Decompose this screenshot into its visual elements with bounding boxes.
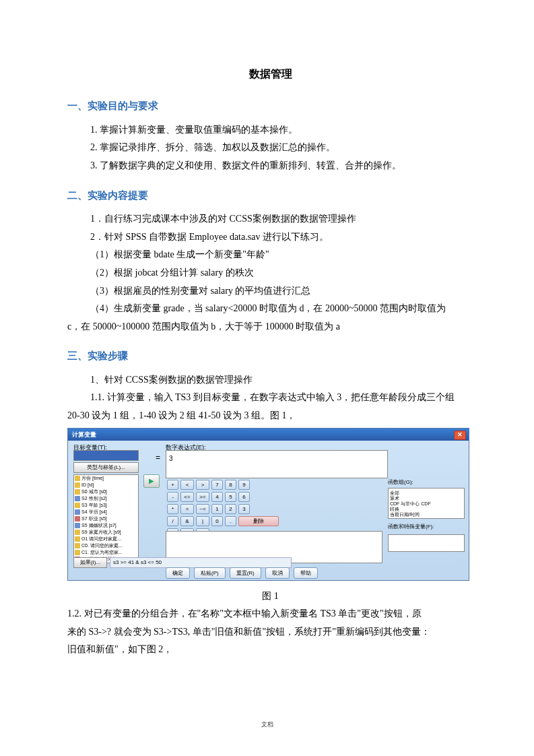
compute-variable-dialog: 计算变量 ✕ 目标变量(T): 类型与标签(L)... 月份 [time] ID… [67, 428, 469, 581]
dialog-titlebar: 计算变量 ✕ [68, 429, 469, 441]
calc-key[interactable]: & [180, 516, 194, 526]
if-button[interactable]: 如果(I)... [73, 557, 107, 568]
expression-input[interactable]: 3 [166, 450, 388, 478]
sec1-item3: 3. 了解数据字典的定义和使用、数据文件的重新排列、转置、合并的操作。 [90, 157, 473, 175]
move-right-button[interactable]: ▶ [143, 474, 160, 488]
calc-key[interactable]: / [167, 516, 178, 526]
variable-list[interactable]: 月份 [time] ID [id] S0 城市 [s0] S2 性别 [s2] … [73, 474, 139, 563]
reset-button[interactable]: 重置(R) [230, 567, 261, 579]
dialog-button-row: 确定 粘贴(P) 重置(R) 取消 帮助 [166, 567, 318, 579]
list-item[interactable]: CDF 与非中心 CDF [389, 499, 464, 505]
target-variable-input[interactable] [73, 450, 139, 461]
calc-key[interactable]: 0 [211, 516, 223, 526]
help-button[interactable]: 帮助 [294, 567, 318, 579]
sec3-line3: 20-30 设为 1 组，1-40 设为 2 组 41-50 设为 3 组。图 … [67, 407, 473, 425]
calc-key[interactable]: 5 [225, 492, 236, 502]
type-label-button[interactable]: 类型与标签(L)... [73, 462, 139, 473]
calc-key[interactable]: | [196, 516, 209, 526]
calc-key[interactable]: 2 [225, 504, 236, 514]
section2-header: 二、实验内容提要 [67, 186, 473, 206]
function-special-label: 函数和特殊变量(F): [388, 522, 463, 532]
if-expression-display: s3 >= 41 & s3 <= 50 [110, 557, 292, 568]
sec2-item4: （2）根据 jobcat 分组计算 salary 的秩次 [90, 264, 473, 282]
sec3-line2: 1.1. 计算变量，输入 TS3 到目标变量，在数字表达式中输入 3，把任意年龄… [67, 389, 473, 407]
close-icon[interactable]: ✕ [454, 431, 466, 440]
calc-key[interactable]: >= [196, 492, 209, 502]
sec2-item6: （4）生成新变量 grade，当 salary<20000 时取值为 d，在 2… [90, 300, 473, 318]
dialog-title-text: 计算变量 [72, 429, 96, 441]
sec2-item5: （3）根据雇员的性别变量对 salary 的平均值进行汇总 [90, 282, 473, 301]
calc-key[interactable]: 4 [211, 492, 223, 502]
calc-key[interactable]: 7 [211, 480, 223, 490]
sec2-item1: 1．自行练习完成课本中涉及的对 CCSS案例数据的数据管理操作 [90, 210, 473, 228]
function-group-list[interactable]: 全部 算术 CDF 与非中心 CDF 转换 当前日期/时间 [388, 488, 465, 519]
list-item[interactable]: 全部 [389, 489, 464, 494]
page-title: 数据管理 [67, 64, 473, 84]
figure1-caption: 图 1 [67, 588, 473, 606]
page-footer: 文档 [0, 720, 534, 729]
paste-button[interactable]: 粘贴(P) [194, 567, 226, 579]
calc-key[interactable]: 9 [238, 480, 250, 490]
arrow-right-icon: ▶ [149, 474, 154, 487]
function-special-list[interactable] [388, 534, 465, 552]
calc-key[interactable]: = [180, 504, 194, 514]
para-1-2-b: 来的 S3->? 就会变为 S3->TS3, 单击"旧值和新值"按钮，系统打开"… [67, 623, 473, 641]
calc-key[interactable]: 1 [211, 504, 223, 514]
sec1-item2: 2. 掌握记录排序、拆分、筛选、加权以及数据汇总的操作。 [90, 139, 473, 157]
calc-key[interactable]: - [167, 492, 178, 502]
list-item[interactable]: 当前日期/时间 [389, 510, 464, 515]
para-1-2-c: 旧值和新值"，如下图 2， [67, 641, 473, 659]
calc-key[interactable]: + [167, 480, 178, 490]
sec2-item2: 2．针对 SPSS 自带数据 Employee data.sav 进行以下练习。 [90, 228, 473, 247]
section1-header: 一、实验目的与要求 [67, 96, 473, 116]
calc-key[interactable]: <= [180, 492, 194, 502]
calc-key[interactable]: 8 [225, 480, 236, 490]
equals-sign: = [156, 450, 160, 466]
calc-key[interactable]: . [225, 516, 236, 526]
list-item[interactable]: 算术 [389, 494, 464, 499]
function-group-label: 函数组(G): [388, 477, 463, 487]
calc-key[interactable]: 3 [238, 504, 250, 514]
sec3-line1: 1、针对 CCSS案例数据的数据管理操作 [67, 371, 473, 389]
para-1-2-a: 1.2. 对已有变量的分组合并，在"名称"文本框中输入新变量名 TS3 单击"更… [67, 605, 473, 623]
calc-key[interactable]: > [196, 480, 209, 490]
sec2-item3: （1）根据变量 bdate 生成一个新变量"年龄" [90, 246, 473, 264]
calc-key[interactable]: ~= [196, 504, 209, 514]
calc-key[interactable]: * [167, 504, 178, 514]
ok-button[interactable]: 确定 [166, 567, 190, 579]
section3-header: 三、实验步骤 [67, 346, 473, 366]
cancel-button[interactable]: 取消 [265, 567, 290, 579]
sec1-item1: 1. 掌握计算新变量、变量取值重编码的基本操作。 [90, 121, 473, 139]
sec2-tail: c，在 50000~100000 范围内取值为 b，大于等于 100000 时取… [67, 318, 473, 336]
calc-key[interactable]: 6 [238, 492, 250, 502]
calc-delete-key[interactable]: 删除 [238, 516, 279, 526]
calc-key[interactable]: < [180, 480, 194, 490]
